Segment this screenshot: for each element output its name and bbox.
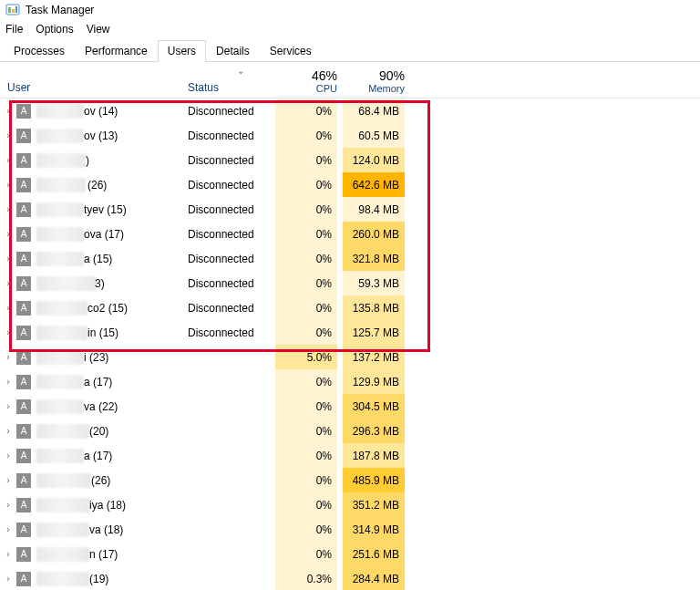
cpu-cell: 5.0% bbox=[275, 345, 337, 369]
tab-users[interactable]: Users bbox=[158, 40, 206, 62]
memory-cell: 284.4 MB bbox=[343, 566, 405, 590]
table-row[interactable]: ›Aov (13)Disconnected0%60.5 MB bbox=[0, 123, 700, 148]
table-row[interactable]: ›A(20)0%296.3 MB bbox=[0, 419, 700, 443]
expand-icon[interactable]: › bbox=[0, 180, 13, 190]
memory-cell: 642.6 MB bbox=[343, 172, 405, 197]
rows-container: ›Aov (14)Disconnected0%68.4 MB›Aov (13)D… bbox=[0, 98, 700, 590]
cpu-cell: 0% bbox=[275, 443, 337, 468]
expand-icon[interactable]: › bbox=[0, 106, 13, 116]
menu-options[interactable]: Options bbox=[36, 23, 73, 36]
expand-icon[interactable]: › bbox=[0, 254, 13, 264]
expand-icon[interactable]: › bbox=[0, 377, 13, 387]
menu-view[interactable]: View bbox=[87, 23, 110, 36]
table-row[interactable]: ›An (17)0%251.6 MB bbox=[0, 542, 700, 566]
header-cpu[interactable]: 46% CPU bbox=[275, 68, 337, 94]
app-icon bbox=[5, 3, 20, 17]
svg-rect-1 bbox=[8, 7, 11, 13]
username-suffix: va (18) bbox=[89, 523, 123, 536]
svg-rect-2 bbox=[12, 9, 15, 13]
username-redacted bbox=[36, 276, 97, 291]
status-cell: Disconnected bbox=[188, 228, 270, 241]
memory-cell: 296.3 MB bbox=[343, 419, 405, 443]
status-cell: Disconnected bbox=[188, 302, 270, 315]
cpu-cell: 0% bbox=[275, 320, 337, 345]
expand-icon[interactable]: › bbox=[0, 450, 13, 461]
header-user[interactable]: User bbox=[7, 81, 30, 94]
status-cell: Disconnected bbox=[188, 105, 270, 118]
table-row[interactable]: ›Aova (17)Disconnected0%260.0 MB bbox=[0, 222, 700, 246]
table-row[interactable]: ›Ava (22)0%304.5 MB bbox=[0, 394, 700, 419]
expand-icon[interactable]: › bbox=[0, 426, 13, 436]
memory-cell: 351.2 MB bbox=[343, 492, 405, 517]
expand-icon[interactable]: › bbox=[0, 278, 13, 288]
memory-cell: 135.8 MB bbox=[343, 295, 405, 320]
table-row[interactable]: ›Aa (15)Disconnected0%321.8 MB bbox=[0, 246, 700, 271]
table-row[interactable]: ›A3)Disconnected0%59.3 MB bbox=[0, 271, 700, 295]
tab-performance[interactable]: Performance bbox=[75, 40, 158, 62]
window-title: Task Manager bbox=[26, 4, 94, 16]
menu-file[interactable]: File bbox=[5, 23, 23, 36]
username-suffix: va (22) bbox=[84, 400, 118, 413]
table-row[interactable]: ›Aco2 (15)Disconnected0%135.8 MB bbox=[0, 295, 700, 320]
memory-cell: 124.0 MB bbox=[343, 148, 405, 172]
username-redacted bbox=[36, 178, 86, 192]
table-row[interactable]: ›Ain (15)Disconnected0%125.7 MB bbox=[0, 320, 700, 345]
memory-cell: 485.9 MB bbox=[343, 468, 405, 492]
username-redacted bbox=[36, 153, 86, 168]
expand-icon[interactable]: › bbox=[0, 327, 13, 337]
svg-rect-3 bbox=[15, 6, 17, 13]
user-avatar-icon: A bbox=[16, 227, 31, 242]
header-memory[interactable]: 90% Memory bbox=[343, 68, 405, 94]
expand-icon[interactable]: › bbox=[0, 549, 13, 559]
user-avatar-icon: A bbox=[16, 350, 31, 365]
username-redacted bbox=[36, 326, 88, 340]
expand-icon[interactable]: › bbox=[0, 500, 13, 510]
expand-icon[interactable]: › bbox=[0, 204, 13, 214]
username-suffix: a (17) bbox=[84, 376, 112, 388]
cpu-cell: 0% bbox=[275, 197, 337, 222]
header-cpu-percent: 46% bbox=[275, 68, 337, 83]
title-bar: Task Manager bbox=[0, 0, 700, 20]
table-row[interactable]: ›Aa (17)0%187.8 MB bbox=[0, 443, 700, 468]
status-cell: Disconnected bbox=[188, 253, 270, 265]
username-suffix: tyev (15) bbox=[84, 203, 127, 216]
expand-icon[interactable]: › bbox=[0, 130, 13, 140]
username-suffix: iya (18) bbox=[89, 499, 126, 512]
table-row[interactable]: ›Atyev (15)Disconnected0%98.4 MB bbox=[0, 197, 700, 222]
table-row[interactable]: ›A(26)Disconnected0%642.6 MB bbox=[0, 172, 700, 197]
expand-icon[interactable]: › bbox=[0, 475, 13, 485]
expand-icon[interactable]: › bbox=[0, 401, 13, 411]
header-status[interactable]: Status bbox=[188, 81, 219, 94]
user-avatar-icon: A bbox=[16, 547, 31, 562]
table-row[interactable]: ›A(19)0.3%284.4 MB bbox=[0, 566, 700, 590]
username-redacted bbox=[36, 424, 89, 439]
table-row[interactable]: ›Ai (23)5.0%137.2 MB bbox=[0, 345, 700, 369]
expand-icon[interactable]: › bbox=[0, 352, 13, 362]
table-row[interactable]: ›Aiya (18)0%351.2 MB bbox=[0, 492, 700, 517]
cpu-cell: 0% bbox=[275, 98, 337, 123]
username-redacted bbox=[36, 399, 84, 414]
username-redacted bbox=[36, 301, 88, 316]
tab-services[interactable]: Services bbox=[260, 40, 322, 62]
expand-icon[interactable]: › bbox=[0, 524, 13, 534]
username-suffix: ) bbox=[86, 154, 89, 167]
table-row[interactable]: ›Aov (14)Disconnected0%68.4 MB bbox=[0, 98, 700, 123]
username-suffix: co2 (15) bbox=[88, 302, 128, 315]
table-row[interactable]: ›A(26)0%485.9 MB bbox=[0, 468, 700, 492]
tab-details[interactable]: Details bbox=[206, 40, 260, 62]
username-suffix: ova (17) bbox=[84, 228, 124, 241]
table-row[interactable]: ›Ava (18)0%314.9 MB bbox=[0, 517, 700, 542]
expand-icon[interactable]: › bbox=[0, 574, 13, 584]
memory-cell: 125.7 MB bbox=[343, 320, 405, 345]
cpu-cell: 0.3% bbox=[275, 566, 337, 590]
cpu-cell: 0% bbox=[275, 394, 337, 419]
memory-cell: 251.6 MB bbox=[343, 542, 405, 566]
user-avatar-icon: A bbox=[16, 178, 31, 192]
expand-icon[interactable]: › bbox=[0, 229, 13, 239]
table-row[interactable]: ›Aa (17)0%129.9 MB bbox=[0, 369, 700, 394]
expand-icon[interactable]: › bbox=[0, 303, 13, 313]
expand-icon[interactable]: › bbox=[0, 155, 13, 165]
username-redacted bbox=[36, 350, 84, 365]
tab-processes[interactable]: Processes bbox=[4, 40, 75, 62]
table-row[interactable]: ›A)Disconnected0%124.0 MB bbox=[0, 148, 700, 172]
